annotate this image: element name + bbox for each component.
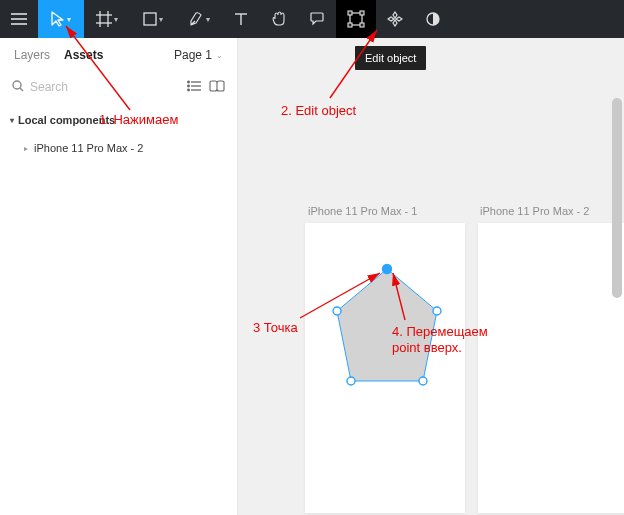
svg-marker-16 bbox=[393, 12, 397, 18]
svg-marker-3 bbox=[52, 12, 63, 26]
component-item[interactable]: ▸ iPhone 11 Pro Max - 2 bbox=[0, 134, 237, 162]
chevron-down-icon: ▾ bbox=[159, 15, 163, 24]
page-selector[interactable]: Page 1 ⌄ bbox=[174, 48, 223, 62]
text-tool-button[interactable] bbox=[222, 0, 260, 38]
frame-tool-button[interactable]: ▾ bbox=[84, 0, 130, 38]
hamburger-menu-icon[interactable] bbox=[0, 0, 38, 38]
move-tool-button[interactable]: ▾ bbox=[38, 0, 84, 38]
list-view-icon[interactable] bbox=[187, 78, 201, 96]
svg-rect-14 bbox=[348, 23, 352, 27]
tooltip-edit-object: Edit object bbox=[355, 46, 426, 70]
chevron-down-icon: ▾ bbox=[206, 15, 210, 24]
tab-layers[interactable]: Layers bbox=[14, 48, 50, 62]
plugins-button[interactable] bbox=[376, 0, 414, 38]
vertex-left-upper[interactable] bbox=[333, 307, 341, 315]
section-header-local-components[interactable]: ▾ Local components bbox=[0, 106, 237, 134]
search-input[interactable] bbox=[30, 80, 179, 94]
tab-assets[interactable]: Assets bbox=[64, 48, 103, 62]
library-icon[interactable] bbox=[209, 78, 225, 96]
artboard-1[interactable] bbox=[305, 223, 465, 513]
svg-point-26 bbox=[188, 81, 190, 83]
artboard-2[interactable] bbox=[478, 223, 624, 513]
theme-toggle-button[interactable] bbox=[414, 0, 452, 38]
vertex-right-lower[interactable] bbox=[419, 377, 427, 385]
svg-rect-13 bbox=[360, 11, 364, 15]
svg-point-21 bbox=[13, 81, 21, 89]
chevron-down-icon: ▾ bbox=[67, 15, 71, 24]
svg-point-28 bbox=[188, 89, 190, 91]
svg-marker-18 bbox=[388, 17, 394, 21]
hand-tool-button[interactable] bbox=[260, 0, 298, 38]
svg-line-22 bbox=[20, 88, 23, 91]
comment-tool-button[interactable] bbox=[298, 0, 336, 38]
triangle-right-icon: ▸ bbox=[24, 144, 28, 153]
page-label: Page 1 bbox=[174, 48, 212, 62]
svg-rect-8 bbox=[144, 13, 156, 25]
scrollbar-vertical[interactable] bbox=[612, 98, 622, 298]
top-toolbar: ▾ ▾ ▾ ▾ bbox=[0, 0, 624, 38]
svg-point-27 bbox=[188, 85, 190, 87]
svg-marker-29 bbox=[337, 269, 437, 381]
svg-rect-12 bbox=[348, 11, 352, 15]
shape-tool-button[interactable]: ▾ bbox=[130, 0, 176, 38]
edit-object-button[interactable] bbox=[336, 0, 376, 38]
vertex-right-upper[interactable] bbox=[433, 307, 441, 315]
svg-marker-17 bbox=[393, 20, 397, 26]
svg-rect-15 bbox=[360, 23, 364, 27]
edited-shape[interactable] bbox=[327, 263, 447, 393]
pen-tool-button[interactable]: ▾ bbox=[176, 0, 222, 38]
artboard-label[interactable]: iPhone 11 Pro Max - 1 bbox=[308, 205, 417, 217]
canvas-area[interactable]: iPhone 11 Pro Max - 1 iPhone 11 Pro Max … bbox=[238, 38, 624, 515]
svg-marker-19 bbox=[396, 17, 402, 21]
vertex-left-lower[interactable] bbox=[347, 377, 355, 385]
left-sidebar: Layers Assets Page 1 ⌄ ▾ Local component… bbox=[0, 38, 238, 515]
chevron-down-icon: ⌄ bbox=[216, 51, 223, 60]
artboard-label[interactable]: iPhone 11 Pro Max - 2 bbox=[480, 205, 589, 217]
vertex-top[interactable] bbox=[383, 265, 392, 274]
triangle-down-icon: ▾ bbox=[10, 116, 14, 125]
search-icon bbox=[12, 80, 24, 95]
chevron-down-icon: ▾ bbox=[114, 15, 118, 24]
